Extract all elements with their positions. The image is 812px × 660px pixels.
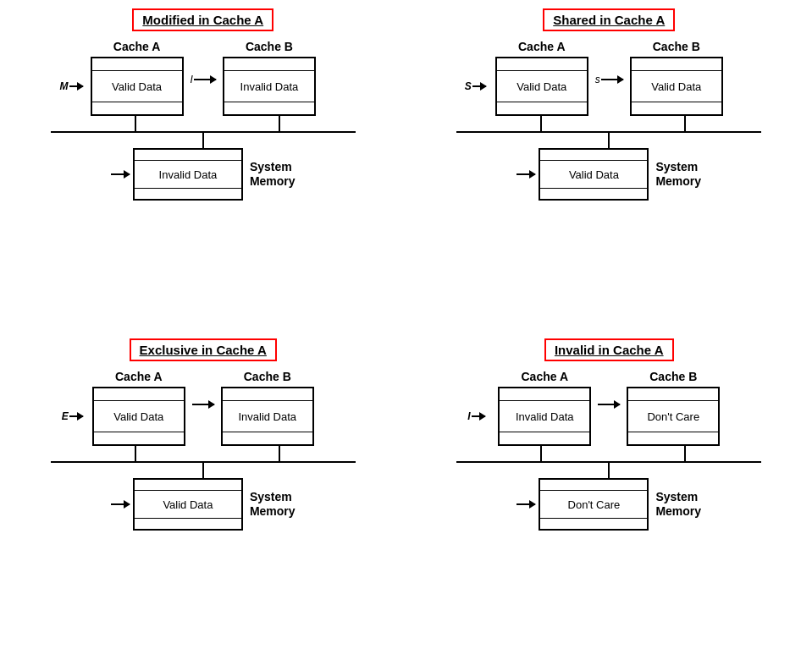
arrow-between-modified: I	[191, 74, 216, 85]
mem-box-inner-shared: Valid Data	[540, 160, 647, 189]
cache-a-wrapper-shared: Cache AValid Data S	[495, 40, 588, 116]
cache-b-wrapper-invalid: Cache BDon't Care	[627, 370, 720, 446]
cache-a-inner-invalid: Invalid Data	[500, 400, 589, 432]
mem-box-top-shared	[540, 150, 647, 160]
mem-box-bottom-shared	[540, 189, 647, 199]
title-text-invalid: Invalid in Cache A	[555, 343, 664, 357]
state-char-exclusive: E	[62, 410, 69, 422]
cache-b-box-modified: Invalid Data	[223, 57, 316, 116]
mem-box-modified: Invalid Data	[133, 148, 243, 201]
title-exclusive: Exclusive in Cache A	[130, 338, 277, 361]
cache-a-top-modified	[92, 58, 182, 70]
cache-b-bottom-exclusive	[223, 432, 312, 444]
bus-area-shared	[456, 116, 761, 148]
mem-arrow-line-invalid	[516, 503, 535, 505]
arrow-right-modified	[69, 85, 83, 87]
title-modified: Modified in Cache A	[132, 8, 273, 31]
arrow-line-modified	[194, 79, 216, 80]
mem-box-shared: Valid Data	[539, 148, 649, 201]
arrow-between-shared: s	[595, 74, 623, 85]
cache-b-label-exclusive: Cache B	[244, 370, 291, 383]
cache-b-wrapper-modified: Cache BInvalid Data	[223, 40, 316, 116]
cache-b-bottom-invalid	[628, 432, 718, 444]
cache-a-box-shared: Valid Data S	[495, 57, 588, 116]
vert-lines-modified	[51, 116, 356, 131]
arrow-in-a-modified: M	[60, 80, 83, 92]
mem-arrow-modified	[111, 173, 130, 175]
arrow-in-a-exclusive: E	[62, 410, 83, 422]
cache-b-label-modified: Cache B	[246, 40, 293, 53]
state-char-modified: M	[60, 80, 69, 92]
vert-line-b-shared	[684, 116, 686, 131]
vert-line-b-exclusive	[279, 446, 280, 461]
cache-b-wrapper-shared: Cache BValid Data	[630, 40, 723, 116]
cache-b-top-shared	[632, 58, 721, 70]
arrow-in-a-shared: S	[465, 80, 486, 92]
mem-box-inner-invalid: Don't Care	[540, 490, 647, 519]
vert-to-mem-invalid	[608, 463, 610, 478]
vert-line-a-shared	[540, 116, 542, 131]
cache-a-wrapper-invalid: Cache AInvalid Data I	[498, 370, 591, 446]
vert-line-b-modified	[279, 116, 280, 131]
title-shared: Shared in Cache A	[543, 8, 675, 31]
cache-a-label-shared: Cache A	[518, 40, 566, 53]
cache-a-top-invalid	[500, 388, 589, 400]
cache-a-bottom-exclusive	[94, 432, 184, 444]
caches-row-modified: Cache AValid Data M I Cache BInvalid Dat…	[17, 40, 389, 116]
vert-lines-invalid	[456, 446, 761, 461]
caches-row-exclusive: Cache AValid Data E Cache BInvalid Data	[17, 370, 389, 446]
quadrant-invalid: Invalid in Cache ACache AInvalid Data I …	[406, 330, 813, 660]
memory-row-modified: Invalid Data SystemMemory	[17, 148, 389, 201]
cache-a-label-exclusive: Cache A	[115, 370, 163, 383]
cache-b-inner-shared: Valid Data	[632, 70, 721, 102]
vert-line-b-invalid	[684, 446, 686, 461]
main-grid: Modified in Cache ACache AValid Data M I…	[0, 0, 812, 660]
cache-a-inner-modified: Valid Data	[92, 70, 182, 102]
cache-b-label-shared: Cache B	[653, 40, 700, 53]
cache-b-top-exclusive	[223, 388, 312, 400]
cache-a-label-invalid: Cache A	[521, 370, 568, 383]
cache-a-top-exclusive	[94, 388, 184, 400]
diagram-shared: Cache AValid Data S s Cache BValid Data …	[423, 40, 796, 201]
mem-box-bottom-modified	[135, 189, 241, 199]
cache-b-box-invalid: Don't Care	[627, 387, 720, 446]
diagram-modified: Cache AValid Data M I Cache BInvalid Dat…	[17, 40, 389, 201]
caches-row-invalid: Cache AInvalid Data I Cache BDon't Care	[423, 370, 796, 446]
vert-lines-exclusive	[51, 446, 356, 461]
state-char-shared: S	[465, 80, 472, 92]
mem-label-modified: SystemMemory	[250, 160, 296, 189]
vert-line-a-modified	[135, 116, 136, 131]
mem-arrow-line-shared	[516, 173, 535, 175]
arrow-line-invalid	[598, 404, 620, 405]
mem-box-top-invalid	[540, 480, 647, 490]
cache-a-wrapper-exclusive: Cache AValid Data E	[92, 370, 185, 446]
vert-lines-shared	[456, 116, 761, 131]
cache-a-inner-shared: Valid Data	[497, 70, 587, 102]
cache-a-box-modified: Valid Data M	[91, 57, 184, 116]
title-text-shared: Shared in Cache A	[553, 13, 665, 27]
state-char-invalid: I	[467, 410, 470, 422]
cache-a-wrapper-modified: Cache AValid Data M	[91, 40, 184, 116]
cache-b-box-exclusive: Invalid Data	[221, 387, 314, 446]
vert-to-mem-modified	[202, 133, 204, 148]
title-text-exclusive: Exclusive in Cache A	[140, 343, 267, 357]
arrow-line-shared	[601, 79, 623, 80]
cache-a-bottom-shared	[497, 102, 587, 114]
cache-b-box-shared: Valid Data	[630, 57, 723, 116]
arrow-right-shared	[472, 85, 486, 87]
cache-b-inner-exclusive: Invalid Data	[223, 400, 312, 432]
quadrant-exclusive: Exclusive in Cache ACache AValid Data E …	[0, 330, 406, 660]
memory-row-exclusive: Valid Data SystemMemory	[17, 478, 389, 531]
bus-area-modified	[51, 116, 356, 148]
cache-b-inner-invalid: Don't Care	[628, 400, 718, 432]
cache-b-inner-modified: Invalid Data	[224, 70, 314, 102]
mem-label-shared: SystemMemory	[655, 160, 701, 189]
mem-arrow-line-modified	[111, 173, 130, 175]
cache-a-inner-exclusive: Valid Data	[94, 400, 184, 432]
mem-box-bottom-invalid	[540, 519, 647, 529]
memory-row-shared: Valid Data SystemMemory	[423, 148, 796, 201]
vert-to-mem-shared	[608, 133, 610, 148]
cache-b-bottom-shared	[632, 102, 721, 114]
arrow-label-modified: I	[191, 74, 193, 85]
mem-box-exclusive: Valid Data	[133, 478, 243, 531]
